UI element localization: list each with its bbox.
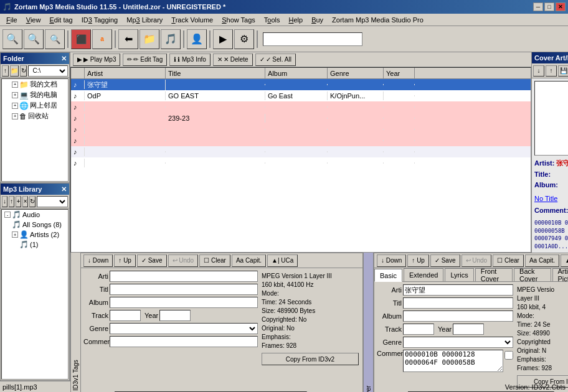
close-button[interactable]: ✕ [556, 2, 566, 11]
track-list[interactable]: Artist Title Album Genre Year ♪ 张守望 [70, 67, 531, 253]
id3v2-comment-checkbox[interactable] [504, 351, 513, 360]
menu-show-tags[interactable]: Show Tags [218, 16, 259, 24]
search-button[interactable]: 🔍 [45, 29, 65, 49]
library-item-artists[interactable]: + 👤 Artists (2) [2, 230, 68, 240]
id3v1-track-input[interactable] [110, 310, 141, 321]
search-input[interactable] [263, 32, 362, 46]
minimize-button[interactable]: ─ [533, 2, 543, 11]
expand-icon[interactable]: + [12, 82, 18, 88]
id3v1-clear-button[interactable]: ☐ Clear [199, 254, 230, 267]
menu-pro[interactable]: Zortam Mp3 Media Studio Pro [328, 16, 427, 24]
col-header-year[interactable]: Year [384, 68, 415, 78]
expand-icon-4[interactable]: + [12, 113, 18, 119]
menu-id3-tagging[interactable]: ID3 Tagging [78, 16, 122, 24]
tab-artist-picture[interactable]: Artist Picture [552, 268, 568, 281]
cover-save-button[interactable]: 💾 [558, 65, 568, 77]
id3v2-title-input[interactable] [403, 297, 513, 309]
music-button[interactable]: 🎵 [161, 29, 181, 49]
id3v2-up-button[interactable]: ↑ Up [407, 254, 429, 267]
cover-up-button[interactable]: ↑ [546, 65, 557, 77]
table-row[interactable]: ♪ [71, 157, 531, 169]
library-item-sub[interactable]: 🎵 (1) [2, 240, 68, 250]
id3v1-album-input[interactable] [110, 297, 258, 308]
col-header-artist[interactable]: Artist [85, 68, 166, 78]
table-row[interactable]: ♪ 239-23 [71, 113, 531, 124]
library-dropdown[interactable] [37, 196, 68, 207]
menu-file[interactable]: File [2, 16, 21, 24]
person-button[interactable]: 👤 [187, 29, 207, 49]
table-row[interactable]: ♪ 张守望 [71, 79, 531, 90]
folder-up-button[interactable]: ↑ [2, 65, 9, 77]
folder-item-my-docs[interactable]: + 📁 我的文档 [2, 79, 68, 90]
id3v1-year-input[interactable] [159, 310, 191, 321]
tab-extended[interactable]: Extended [404, 268, 443, 281]
edit-tag-button[interactable]: ✏ ✏ Edit Tag [123, 54, 167, 66]
id3v2-undo-button[interactable]: ↩ Undo [462, 254, 492, 267]
audio-expand-icon[interactable]: - [4, 212, 11, 218]
id3v1-down-button[interactable]: ↓ Down [83, 254, 113, 267]
id3v2-comment-input[interactable]: 0000010B 00000128 0000064F 0000058B [403, 350, 503, 372]
library-panel-close[interactable]: ✕ [61, 185, 67, 194]
table-row[interactable]: ♪ [71, 146, 531, 157]
id3v1-copy-button[interactable]: Copy From ID3v2 [262, 353, 359, 365]
tab-lyrics[interactable]: Lyrics [445, 268, 473, 281]
id3v2-artist-input[interactable] [403, 284, 513, 296]
id3v2-capit-button[interactable]: Aa Capit. [525, 254, 559, 267]
zoom-in-button[interactable]: 🔍 [2, 29, 22, 49]
tab-front-cover[interactable]: Front Cover [475, 268, 513, 281]
table-row[interactable]: ♪ [71, 135, 531, 146]
menu-tools[interactable]: Tools [260, 16, 284, 24]
folder-item-my-computer[interactable]: + 💻 我的电脑 [2, 90, 68, 100]
menu-view[interactable]: View [22, 16, 45, 24]
no-title-link[interactable]: No Title [534, 195, 557, 202]
table-row[interactable]: ♪ [71, 124, 531, 135]
delete-button[interactable]: ✕ ✕ Delete [213, 54, 253, 66]
folder-item-network[interactable]: + 🌐 网上邻居 [2, 100, 68, 111]
id3v2-uca-button[interactable]: ▲| U [561, 254, 568, 267]
maximize-button[interactable]: □ [544, 2, 554, 11]
tab-basic[interactable]: Basic [374, 269, 402, 282]
lib-refresh-button[interactable]: ↻ [29, 196, 36, 207]
menu-track-volume[interactable]: Track Volume [168, 16, 217, 24]
artists-expand-icon[interactable]: + [12, 231, 18, 238]
mp3-info-button[interactable]: ℹ ℹ Mp3 Info [169, 54, 211, 66]
folder-panel-close[interactable]: ✕ [61, 55, 67, 63]
id3v2-track-input[interactable] [403, 324, 434, 335]
amazon-button[interactable]: a [92, 29, 112, 49]
id3v1-uca-button[interactable]: ▲| UCa [267, 254, 298, 267]
folder-dropdown[interactable]: C:\ [28, 65, 68, 77]
col-header-icon[interactable] [71, 68, 85, 78]
tab-back-cover[interactable]: Back Cover [514, 268, 551, 281]
lib-remove-button[interactable]: × [22, 196, 28, 207]
id3v2-clear-button[interactable]: ☐ Clear [493, 254, 524, 267]
cover-down-button[interactable]: ↓ [533, 65, 544, 77]
menu-help[interactable]: Help [285, 16, 306, 24]
col-header-genre[interactable]: Genre [328, 68, 384, 78]
menu-buy[interactable]: Buy [308, 16, 327, 24]
col-header-title[interactable]: Title [166, 68, 265, 78]
menu-edit-tag[interactable]: Edit tag [45, 16, 76, 24]
play-button[interactable]: ▶ [213, 29, 233, 49]
id3v1-undo-button[interactable]: ↩ Undo [168, 254, 199, 267]
id3v1-comment-input[interactable] [110, 336, 258, 347]
expand-icon-3[interactable]: + [12, 103, 18, 109]
id3v2-save-button[interactable]: ✓ Save [430, 254, 460, 267]
id3v1-title-input[interactable] [110, 284, 258, 295]
id3v2-genre-select[interactable] [403, 337, 513, 348]
settings-button[interactable]: ⚙ [234, 29, 254, 49]
back-button[interactable]: ⬅ [118, 29, 138, 49]
folder-item-recycle[interactable]: + 🗑 回收站 [2, 111, 68, 121]
id3v2-down-button[interactable]: ↓ Down [377, 254, 406, 267]
lib-add-button[interactable]: + [16, 196, 21, 207]
folder-button[interactable]: 📁 [140, 29, 159, 49]
table-row[interactable]: ♪ [71, 101, 531, 113]
col-header-album[interactable]: Album [265, 68, 328, 78]
play-mp3-button[interactable]: ▶ ▶ Play Mp3 [73, 54, 120, 66]
lib-up-button[interactable]: ↑ [9, 196, 14, 207]
id3v1-genre-select[interactable] [110, 323, 258, 334]
sel-all-button[interactable]: ✓ ✓ Sel. All [255, 54, 296, 66]
id3v1-artist-input[interactable] [110, 271, 258, 282]
library-item-audio[interactable]: - 🎵 Audio [2, 210, 68, 220]
id3v1-save-button[interactable]: ✓ Save [137, 254, 167, 267]
folder-refresh-button[interactable]: ↻ [20, 65, 27, 77]
